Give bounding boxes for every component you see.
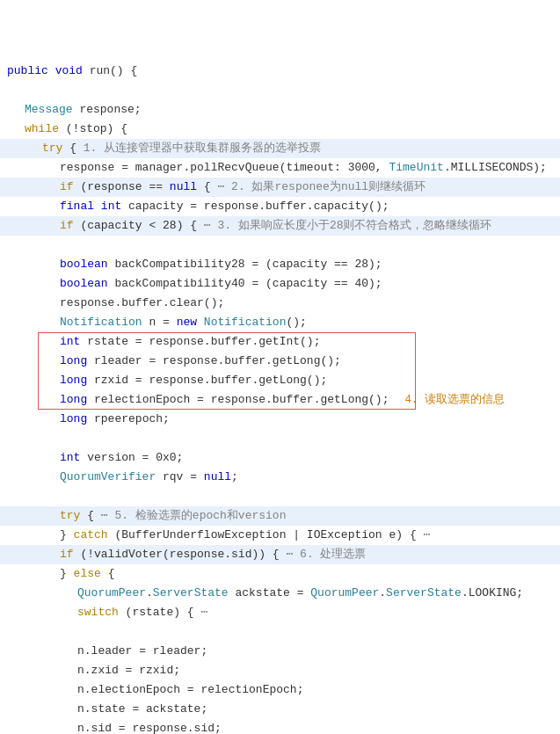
token-comment-cn: 2. 如果responee为null则继续循环 xyxy=(231,180,425,193)
token-kw-type: int xyxy=(60,335,80,348)
code-line xyxy=(0,487,560,506)
token-plain xyxy=(293,548,300,561)
code-block: public void run() {Message response;whil… xyxy=(0,0,560,734)
line-content: response.buffer.clear(); xyxy=(0,294,553,313)
code-line: n.zxid = rzxid; xyxy=(0,661,560,680)
token-class-name: Notification xyxy=(204,316,287,329)
token-comment-cn: 3. 如果响应长度小于28则不符合格式，忽略继续循环 xyxy=(217,219,491,232)
token-kw-type: long xyxy=(60,393,87,406)
token-plain: relectionEpoch = response.buffer.getLong… xyxy=(87,393,389,406)
token-plain: backCompatibility40 = (capacity == 40); xyxy=(108,277,382,290)
token-plain: response; xyxy=(73,103,142,116)
line-content: Notification n = new Notification(); xyxy=(0,314,553,332)
token-class-name: QuorumPeer xyxy=(77,586,146,600)
token-plain: rstate = response.buffer.getInt(); xyxy=(80,335,320,348)
token-plain: { xyxy=(101,567,115,580)
token-annotation: ⋯ xyxy=(423,528,430,541)
line-content: response = manager.pollRecvQueue(timeout… xyxy=(0,159,553,178)
token-plain: ; xyxy=(231,470,238,483)
token-plain: (rstate) { xyxy=(119,606,201,619)
token-kw-type: long xyxy=(60,374,87,387)
token-plain: rleader = response.buffer.getLong(); xyxy=(87,354,341,367)
code-line: int version = 0x0; xyxy=(0,448,560,468)
code-line xyxy=(0,622,560,642)
token-plain: n = xyxy=(142,316,177,329)
token-plain: n.state = ackstate; xyxy=(77,702,207,716)
token-plain: n.leader = rleader; xyxy=(77,644,207,658)
token-class-name: ServerState xyxy=(386,586,462,600)
token-class-name: TimeUnit xyxy=(389,161,443,174)
line-content: n.sid = response.sid; xyxy=(0,720,553,734)
token-plain: { xyxy=(62,142,83,155)
token-plain: { xyxy=(197,180,217,193)
code-line xyxy=(0,81,560,100)
line-content: } catch (BufferUnderflowException | IOEx… xyxy=(0,527,553,545)
line-content: public void run() { xyxy=(0,62,553,81)
token-annotation: ⋯ xyxy=(101,509,108,522)
token-annotation: ⋯ xyxy=(204,219,211,232)
line-content: if (capacity < 28) { ⋯ 3. 如果响应长度小于28则不符合… xyxy=(0,217,553,236)
code-line: n.leader = rleader; xyxy=(0,642,560,661)
token-kw: null xyxy=(204,470,231,483)
line-content: long rleader = response.buffer.getLong()… xyxy=(0,352,553,371)
token-plain: } xyxy=(60,567,74,580)
line-content: if (!validVoter(response.sid)) { ⋯ 6. 处理… xyxy=(0,546,553,564)
code-line: public void run() { xyxy=(0,62,560,81)
token-plain: rqv = xyxy=(156,470,204,483)
token-plain: rzxid = response.buffer.getLong(); xyxy=(87,374,327,387)
line-content: } else { xyxy=(0,565,553,584)
line-content: n.state = ackstate; xyxy=(0,701,553,719)
token-kw-type: long xyxy=(60,354,87,367)
token-plain: n.zxid = rzxid; xyxy=(77,664,180,677)
code-line: try { 1. 从连接管理器中获取集群服务器的选举投票 xyxy=(0,139,560,158)
token-kw-type: int xyxy=(101,200,121,213)
token-plain: } xyxy=(60,528,74,541)
code-line: QuorumVerifier rqv = null; xyxy=(0,468,560,487)
token-plain: { xyxy=(80,509,100,522)
token-plain xyxy=(197,316,204,329)
line-content: int rstate = response.buffer.getInt(); xyxy=(0,333,553,352)
token-plain: response.buffer.clear(); xyxy=(60,296,224,309)
code-line: } else { xyxy=(0,564,560,584)
token-kw-ctrl: catch xyxy=(74,528,108,541)
token-kw-ctrl: if xyxy=(60,219,74,232)
code-line: n.electionEpoch = relectionEpoch; xyxy=(0,680,560,700)
code-line: long relectionEpoch = response.buffer.ge… xyxy=(0,390,560,410)
token-comment-cn: 1. 从连接管理器中获取集群服务器的选举投票 xyxy=(84,142,321,155)
token-comment-cn: 6. 处理选票 xyxy=(300,548,366,561)
code-line: int rstate = response.buffer.getInt(); xyxy=(0,332,560,352)
token-kw-ctrl: try xyxy=(60,509,80,522)
token-kw-type: long xyxy=(60,412,87,425)
line-content: long relectionEpoch = response.buffer.ge… xyxy=(0,391,553,410)
line-content: long rpeerepoch; xyxy=(0,411,553,429)
token-plain: backCompatibility28 = (capacity == 28); xyxy=(108,258,382,271)
code-line: boolean backCompatibility28 = (capacity … xyxy=(0,255,560,274)
token-class-name: QuorumPeer xyxy=(310,586,379,600)
line-content: long rzxid = response.buffer.getLong(); xyxy=(0,372,553,390)
line-content: boolean backCompatibility40 = (capacity … xyxy=(0,275,553,294)
token-plain: . xyxy=(379,586,386,600)
token-class-name: Message xyxy=(25,103,73,116)
line-content: boolean backCompatibility28 = (capacity … xyxy=(0,256,553,274)
code-container: public void run() {Message response;whil… xyxy=(0,0,560,734)
code-line: if (response == null { ⋯ 2. 如果responee为n… xyxy=(0,178,560,197)
code-line: long rleader = response.buffer.getLong()… xyxy=(0,352,560,371)
line-content: if (response == null { ⋯ 2. 如果responee为n… xyxy=(0,178,553,197)
token-plain: response = manager.pollRecvQueue(timeout… xyxy=(60,161,389,174)
code-line: n.sid = response.sid; xyxy=(0,719,560,734)
token-plain: .MILLISECONDS); xyxy=(444,161,547,174)
line-content: Message response; xyxy=(0,101,553,120)
code-line: long rzxid = response.buffer.getLong(); xyxy=(0,371,560,390)
line-content: QuorumPeer.ServerState ackstate = Quorum… xyxy=(0,585,553,603)
code-line: if (capacity < 28) { ⋯ 3. 如果响应长度小于28则不符合… xyxy=(0,216,560,236)
token-plain: rpeerepoch; xyxy=(87,412,170,425)
code-line: while (!stop) { xyxy=(0,120,560,139)
code-line: final int capacity = response.buffer.cap… xyxy=(0,197,560,216)
token-kw-ctrl: while xyxy=(25,122,59,135)
token-plain: capacity = response.buffer.capacity(); xyxy=(121,200,389,213)
code-line: } catch (BufferUnderflowException | IOEx… xyxy=(0,526,560,545)
token-kw-type: int xyxy=(60,451,80,464)
token-kw-ctrl: if xyxy=(60,548,74,561)
token-plain: n.electionEpoch = relectionEpoch; xyxy=(77,683,303,696)
code-line: long rpeerepoch; xyxy=(0,410,560,429)
